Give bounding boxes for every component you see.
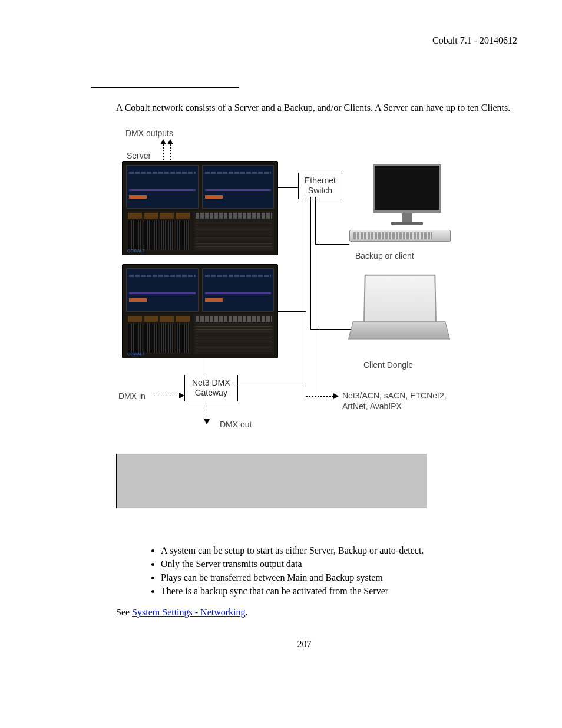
net3-gateway-l1: Net3 DMX xyxy=(192,378,230,388)
backup-monitor xyxy=(373,164,441,225)
wire-protocols xyxy=(306,396,334,397)
wire-switch-gw-v xyxy=(207,358,207,375)
wire-trunk-4 xyxy=(320,197,320,396)
console-brand-2: COBALT xyxy=(127,352,146,356)
backup-keyboard xyxy=(349,230,451,242)
net3-gateway-l2: Gateway xyxy=(192,388,230,398)
header-version: Cobalt 7.1 - 20140612 xyxy=(91,35,517,46)
label-dmx-out: DMX out xyxy=(220,420,252,429)
ethernet-switch-box: Ethernet Switch xyxy=(298,173,342,199)
label-client-dongle: Client Dongle xyxy=(363,360,413,370)
label-dmx-outputs: DMX outputs xyxy=(125,129,173,138)
arrow-dmx-out-down xyxy=(204,419,210,424)
wire-clientconsole-switch xyxy=(278,311,306,312)
see-suffix: . xyxy=(246,607,248,617)
page-number: 207 xyxy=(91,639,517,650)
wire-dmx-in xyxy=(151,396,180,396)
see-prefix: See xyxy=(116,607,132,617)
wire-dmx-out-down xyxy=(207,400,207,420)
wire-dmx-out-1 xyxy=(163,144,164,160)
wire-switch-backup xyxy=(315,244,349,245)
wire-switch-laptop xyxy=(310,329,356,330)
wire-trunk-to-gw xyxy=(234,386,306,386)
console-server: COBALT xyxy=(122,161,278,255)
label-protocols-1: Net3/ACN, sACN, ETCNet2, xyxy=(342,391,447,400)
net3-gateway-box: Net3 DMX Gateway xyxy=(184,375,238,401)
wire-dmx-out-2 xyxy=(170,144,171,160)
bullet-list: A system can be setup to start as either… xyxy=(143,543,517,598)
network-diagram: DMX outputs Server xyxy=(116,129,461,441)
intro-paragraph: A Cobalt network consists of a Server an… xyxy=(116,101,517,114)
arrow-dmx-out-2 xyxy=(167,139,173,144)
console-client: COBALT xyxy=(122,264,278,358)
console-brand-1: COBALT xyxy=(127,249,146,253)
wire-trunk-to-gw-v xyxy=(306,386,306,396)
client-laptop xyxy=(363,273,445,350)
wire-server-switch xyxy=(278,187,298,188)
label-backup-or-client: Backup or client xyxy=(355,251,414,261)
section-rule xyxy=(91,87,239,88)
label-server: Server xyxy=(127,151,151,160)
ethernet-switch-l1: Ethernet xyxy=(305,176,336,186)
bullet-3: Plays can be transferred between Main an… xyxy=(161,571,517,584)
note-grey-box xyxy=(116,454,427,508)
arrow-protocols xyxy=(333,393,339,399)
bullet-1: A system can be setup to start as either… xyxy=(161,543,517,557)
wire-trunk-3 xyxy=(315,197,316,244)
arrow-dmx-in xyxy=(179,393,184,398)
link-system-settings-networking[interactable]: System Settings - Networking xyxy=(132,607,245,617)
wire-trunk-2 xyxy=(310,197,311,330)
label-dmx-in: DMX in xyxy=(118,391,146,401)
bullet-4: There is a backup sync that can be activ… xyxy=(161,584,517,598)
arrow-dmx-out-1 xyxy=(160,139,166,144)
wire-trunk-1 xyxy=(306,197,306,396)
label-protocols-2: ArtNet, AvabIPX xyxy=(342,401,402,411)
ethernet-switch-l2: Switch xyxy=(305,186,336,196)
see-line: See System Settings - Networking. xyxy=(116,607,517,618)
bullet-2: Only the Server transmits output data xyxy=(161,557,517,571)
